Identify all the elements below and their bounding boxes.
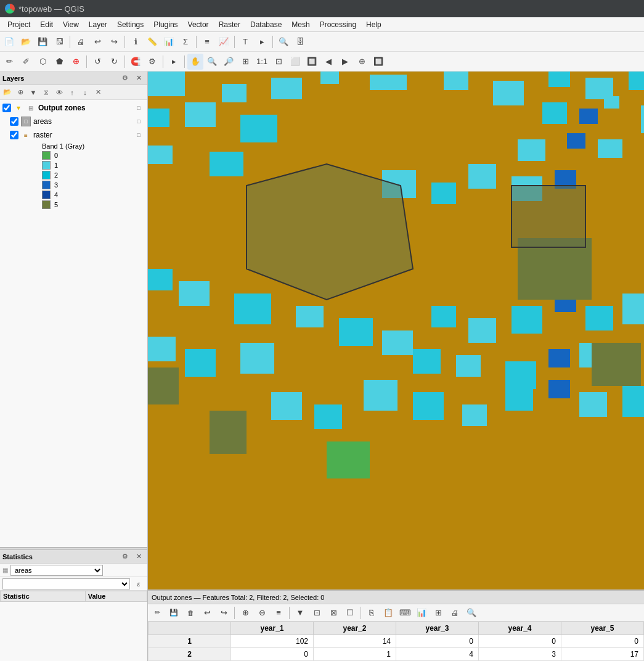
- stats-epsilon-button[interactable]: ε: [132, 578, 145, 590]
- filter-button[interactable]: ⧖: [40, 86, 52, 99]
- stats-filter-dropdown[interactable]: [2, 578, 130, 589]
- undo-edit-button[interactable]: ↺: [89, 54, 105, 70]
- attr-organize-button[interactable]: ⊞: [430, 605, 446, 621]
- zoom-native-button[interactable]: 1:1: [254, 54, 270, 70]
- pan-to-selection-button[interactable]: ⊞: [237, 54, 253, 70]
- new-project-button[interactable]: 📄: [1, 34, 17, 50]
- stats-layer-dropdown[interactable]: areas Output zones raster: [10, 565, 103, 576]
- more-tools-button[interactable]: ▸: [254, 34, 270, 50]
- attr-deselect-button[interactable]: ☐: [342, 605, 358, 621]
- layer-checkbox-output-zones[interactable]: [2, 104, 11, 112]
- attr-field-calc-button[interactable]: ≡: [271, 605, 287, 621]
- stats-button[interactable]: 📈: [216, 34, 232, 50]
- menu-layer[interactable]: Layer: [84, 19, 112, 30]
- node-tool-button[interactable]: ⬡: [35, 54, 51, 70]
- attr-select-all-button[interactable]: ⊡: [309, 605, 325, 621]
- layer-checkbox-raster[interactable]: [10, 131, 18, 139]
- snap-config-button[interactable]: ⚙: [144, 54, 160, 70]
- zoom-previous-button[interactable]: ◀: [320, 54, 336, 70]
- zoom-selection-button[interactable]: 🔲: [304, 54, 320, 70]
- layer-item-areas[interactable]: □ areas □: [0, 115, 147, 128]
- histogram-button[interactable]: 📊: [161, 34, 177, 50]
- menu-mesh[interactable]: Mesh: [287, 19, 314, 30]
- sum-button[interactable]: Σ: [177, 34, 194, 50]
- filter-layer-button[interactable]: ▼: [27, 86, 39, 99]
- open-layer-button[interactable]: 📂: [1, 86, 14, 99]
- snap-button[interactable]: 🧲: [128, 54, 144, 70]
- pan-button[interactable]: ✋: [187, 54, 203, 70]
- digitize-button[interactable]: ✏: [1, 54, 17, 70]
- menu-processing[interactable]: Processing: [315, 19, 361, 30]
- zoom-out-button[interactable]: 🔎: [221, 54, 237, 70]
- menu-edit[interactable]: Edit: [35, 19, 58, 30]
- reshape-button[interactable]: ⬟: [51, 54, 67, 70]
- stats-config-button[interactable]: ⚙: [119, 551, 131, 563]
- zoom-area-button[interactable]: 🔲: [370, 54, 386, 70]
- menu-raster[interactable]: Raster: [214, 19, 245, 30]
- attr-add-row-button[interactable]: ⊕: [237, 605, 253, 621]
- add-layer-button[interactable]: ⊕: [14, 86, 26, 99]
- attr-print-button[interactable]: 🖨: [447, 605, 463, 621]
- measure-button[interactable]: 📏: [144, 34, 160, 50]
- layer-item-output-zones[interactable]: ▾ ⊞ Output zones □: [0, 101, 147, 115]
- zoom-in-button[interactable]: 🔍: [204, 54, 220, 70]
- attr-copy-button[interactable]: ⎘: [364, 605, 380, 621]
- print-button[interactable]: 🖨: [73, 34, 89, 50]
- map-area[interactable]: [148, 72, 644, 661]
- attr-invert-select-button[interactable]: ⊠: [325, 605, 341, 621]
- legend-item-2: 2: [20, 170, 147, 180]
- redo-button[interactable]: ↪: [106, 34, 122, 50]
- attr-undo-button[interactable]: ↩: [199, 605, 215, 621]
- zoom-layer-button[interactable]: ⬜: [287, 54, 303, 70]
- attributes-button[interactable]: ≡: [199, 34, 215, 50]
- add-feature-button[interactable]: ⊕: [68, 54, 84, 70]
- stats-close-button[interactable]: ✕: [132, 551, 145, 563]
- legend-item-5: 5: [20, 200, 147, 210]
- move-down-button[interactable]: ↓: [79, 86, 91, 99]
- attr-stats2-button[interactable]: 📊: [414, 605, 430, 621]
- database-manager-button[interactable]: 🗄: [292, 34, 308, 50]
- zoom-next-button[interactable]: ▶: [337, 54, 353, 70]
- attribute-table-panel: Output zones — Features Total: 2, Filter…: [148, 589, 644, 661]
- attr-pencil-button[interactable]: ✏: [149, 605, 165, 621]
- search-button[interactable]: 🔍: [275, 34, 291, 50]
- menu-help[interactable]: Help: [361, 19, 386, 30]
- layer-zoom-button[interactable]: □: [132, 102, 145, 114]
- zoom-more-button[interactable]: ⊕: [354, 54, 370, 70]
- edit-button[interactable]: ✐: [18, 54, 34, 70]
- layer-zoom-areas[interactable]: □: [132, 115, 145, 128]
- menu-plugins[interactable]: Plugins: [149, 19, 182, 30]
- attr-search2-button[interactable]: 🔍: [463, 605, 479, 621]
- redo-edit-button[interactable]: ↻: [106, 54, 122, 70]
- save-as-button[interactable]: 🖫: [51, 34, 67, 50]
- layer-visibility-button[interactable]: 👁: [53, 86, 65, 99]
- zoom-full-button[interactable]: ⊡: [271, 54, 287, 70]
- menu-database[interactable]: Database: [245, 19, 287, 30]
- attr-calc-button[interactable]: ⌨: [397, 605, 413, 621]
- attr-remove-row-button[interactable]: ⊖: [254, 605, 270, 621]
- undo-button[interactable]: ↩: [89, 34, 105, 50]
- menu-vector[interactable]: Vector: [183, 19, 214, 30]
- text-button[interactable]: T: [237, 34, 253, 50]
- move-up-button[interactable]: ↑: [66, 86, 78, 99]
- remove-layer-button[interactable]: ✕: [92, 86, 104, 99]
- layer-zoom-raster[interactable]: □: [132, 129, 145, 141]
- layer-item-raster[interactable]: ≡ raster □: [0, 128, 147, 142]
- attr-delete-button[interactable]: 🗑: [182, 605, 198, 621]
- identify-button[interactable]: ℹ: [128, 34, 144, 50]
- attr-filter-button[interactable]: ▼: [292, 605, 308, 621]
- attr-save-button[interactable]: 💾: [166, 605, 182, 621]
- open-project-button[interactable]: 📂: [18, 34, 34, 50]
- menu-project[interactable]: Project: [2, 19, 35, 30]
- svg-rect-19: [148, 146, 173, 164]
- menu-view[interactable]: View: [58, 19, 84, 30]
- layer-checkbox-areas[interactable]: [10, 117, 18, 126]
- digitize-more-button[interactable]: ▸: [166, 54, 182, 70]
- layers-panel-config[interactable]: ⚙: [119, 72, 131, 84]
- attr-paste-button[interactable]: 📋: [380, 605, 396, 621]
- attr-redo-button[interactable]: ↪: [216, 605, 232, 621]
- layers-panel-close[interactable]: ✕: [132, 72, 145, 84]
- save-project-button[interactable]: 💾: [35, 34, 51, 50]
- svg-rect-2: [222, 84, 247, 102]
- menu-settings[interactable]: Settings: [112, 19, 149, 30]
